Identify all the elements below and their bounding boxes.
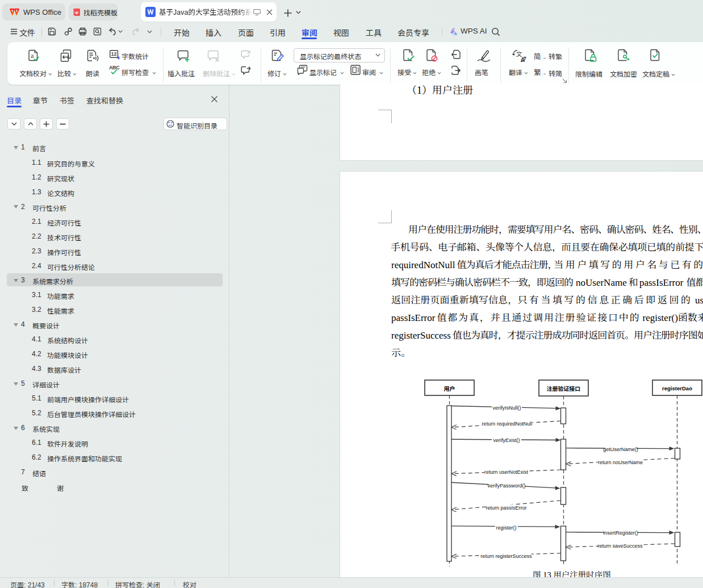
svg-text:12: 12 [111,51,117,57]
svg-text:insertRegister(): insertRegister() [603,530,638,536]
svg-text:return userNotExist: return userNotExist [484,469,529,475]
svg-text:verifyPassword(): verifyPassword() [487,483,525,489]
svg-text:a: a [31,52,34,60]
svg-text:return saveSuccess: return saveSuccess [597,543,643,549]
svg-text:A: A [521,56,525,63]
svg-text:verifyIsNull(): verifyIsNull() [492,405,521,411]
svg-text:ABC: ABC [109,65,120,70]
svg-text:verifyExist(): verifyExist() [493,437,520,443]
svg-text:registerDao: registerDao [662,385,692,391]
svg-text:register(): register() [496,525,516,531]
svg-text:return passIsError: return passIsError [486,505,526,511]
svg-text:return registerSuccess: return registerSuccess [480,553,532,559]
svg-text:return requiredNotNull: return requiredNotNull [482,421,533,427]
svg-text:getUserName(): getUserName() [603,447,638,452]
svg-text:用户: 用户 [443,384,455,393]
svg-text:return noUserName: return noUserName [598,460,643,465]
svg-text:注册验证接口: 注册验证接口 [546,384,580,393]
